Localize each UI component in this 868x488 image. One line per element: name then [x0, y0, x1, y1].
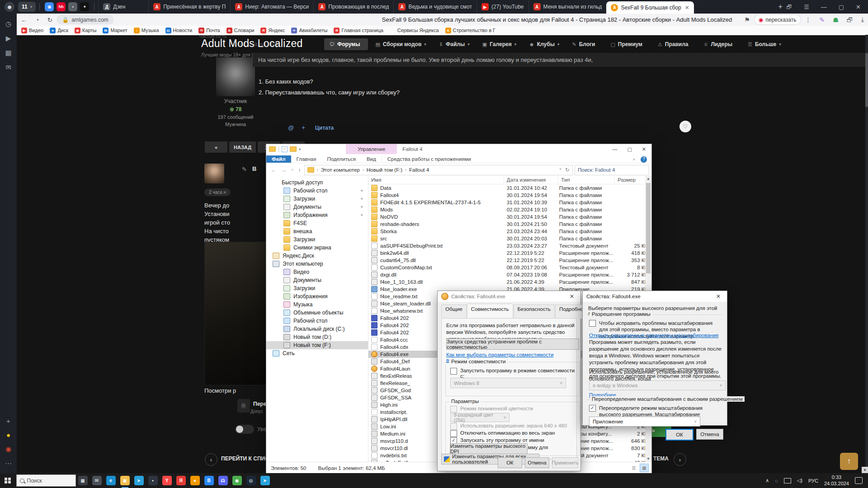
next-arrow-icon[interactable]: › — [674, 453, 686, 466]
taskbar-app-icon[interactable]: ▦ — [78, 476, 88, 485]
cancel-button[interactable]: Отмена — [525, 457, 549, 468]
file-row[interactable]: NoDVD 30.01.2024 19:54 Папка с файлами — [368, 213, 651, 221]
file-row[interactable]: cudart64_75.dll 22.12.2019 5:22 Расширен… — [368, 257, 651, 264]
browser-tab[interactable]: A Ведьма и чудовище смот — [393, 0, 476, 14]
ribbon-collapse-icon[interactable]: ˄ — [633, 157, 635, 162]
file-row[interactable]: f4se_1_10_163.dll 21.06.2022 4:39 Расшир… — [368, 278, 651, 286]
browser-profile-avatar[interactable]: ☻ — [5, 2, 14, 12]
file-row[interactable]: Mods 02.02.2024 19:10 Папка с файлами — [368, 206, 651, 213]
color-depth-dropdown[interactable]: 8-разрядный цвет (256)˅ — [450, 413, 509, 422]
scrollbar-thumb[interactable] — [865, 53, 868, 107]
nav-pane-item[interactable]: Быстрый доступ — [266, 178, 368, 187]
nav-pane-item[interactable]: Новый том (F:) — [266, 341, 368, 349]
browser-tab[interactable]: A Принесённая в жертву П — [148, 0, 230, 14]
nav-pane-item[interactable]: Изображения ✶ — [266, 211, 368, 219]
site-nav-item[interactable]: ▣ Галерея ▾ — [477, 38, 522, 50]
start-button[interactable] — [5, 478, 11, 484]
add-icon[interactable]: + — [6, 417, 10, 425]
post-author-avatar[interactable] — [216, 57, 255, 96]
protect-shield-icon[interactable]: ☗ — [833, 16, 839, 23]
nav-pane-item[interactable]: Документы — [266, 276, 368, 284]
attachment-icon[interactable]: ⎘ — [237, 399, 250, 413]
close-button[interactable]: ✕ — [856, 4, 861, 10]
nav-pane-item[interactable]: Изображения — [266, 292, 368, 300]
reduced-color-checkbox[interactable] — [450, 406, 457, 413]
bookmark-item[interactable]: ♪ Музыка — [134, 28, 159, 33]
pinned-tab-icon[interactable]: hh — [57, 2, 66, 11]
site-logo[interactable]: Adult Mods Localized — [201, 38, 303, 50]
dialog-title-bar[interactable]: Свойства: Fallout4.exe ✕ — [583, 291, 727, 302]
qat-new-folder-icon[interactable] — [290, 146, 297, 152]
close-icon[interactable]: ✕ — [713, 293, 723, 300]
bookmark-item[interactable]: Сервисы Яндекса — [390, 28, 439, 33]
address-bar[interactable]: 🔒 amlgames.com — [57, 15, 113, 24]
nav-pane-item[interactable]: Загрузки — [266, 284, 368, 292]
nav-pane-item[interactable]: Яндекс.Диск — [266, 252, 368, 260]
nav-pane-item[interactable]: Этот компьютер — [266, 260, 368, 268]
site-nav-item[interactable]: ☰ Больше ▾ — [742, 38, 787, 50]
tab-general[interactable]: Общие — [441, 305, 467, 319]
file-row[interactable]: aaSUPF4SEDebugPrint.txt 23.03.2024 23:27… — [368, 242, 651, 249]
rephrase-button[interactable]: ◉ пересказать — [754, 14, 801, 25]
language-indicator[interactable]: РУС — [808, 478, 818, 483]
breadcrumb[interactable]: Fallout 4 — [409, 167, 429, 173]
site-nav-item[interactable]: ☻ Клубы ▾ — [524, 38, 565, 50]
history-icon[interactable]: ◷ — [5, 20, 11, 28]
breadcrumb[interactable]: Новый том (F:) — [367, 167, 402, 173]
copy-icon[interactable]: 🗗 — [847, 16, 853, 23]
override-checkbox[interactable]: ✓ — [589, 405, 596, 412]
taskbar-app-icon[interactable]: ➤ — [134, 476, 144, 485]
bookmark-item[interactable]: ✉ Почта — [198, 28, 220, 33]
refresh-icon[interactable]: ↻ — [47, 16, 52, 23]
column-header-date[interactable]: Дата изменения — [504, 176, 558, 184]
download-icon[interactable]: ⤓ — [861, 16, 864, 23]
compat-mode-checkbox[interactable] — [450, 368, 457, 375]
extensions-icon[interactable]: ◔ — [35, 16, 39, 23]
quote-button[interactable]: Цитата — [315, 125, 334, 131]
ribbon-tab-share[interactable]: Поделиться — [321, 155, 361, 163]
file-row[interactable]: CustomControlMap.txt 08.09.2017 20:06 Те… — [368, 264, 651, 271]
nav-pane-item[interactable]: Видео — [266, 268, 368, 276]
bookmark-item[interactable]: А Строительство в Г — [445, 28, 495, 33]
taskbar-app-icon[interactable]: ▣ — [120, 476, 130, 485]
advanced-scaling-link[interactable]: Открыть расширенные параметры масштабиро… — [589, 333, 718, 338]
editor-pencil-icon[interactable]: ✎ — [242, 166, 247, 173]
nav-pane-item[interactable]: внешка — [266, 227, 368, 235]
file-row[interactable]: bink2w64.dll 22.12.2019 5:22 Расширение … — [368, 249, 651, 257]
network-icon[interactable] — [784, 478, 791, 483]
nav-pane-item[interactable]: Снимки экрана — [266, 244, 368, 252]
dpi-fix-checkbox[interactable] — [589, 320, 596, 327]
notify-toggle[interactable] — [235, 425, 254, 434]
browser-tab[interactable]: A Ниер: Автомата — Верси — [230, 0, 313, 14]
scrollbar-down-arrow[interactable]: ▾ — [862, 467, 868, 473]
file-row[interactable]: Fallout4 30.01.2024 19:54 Папка с файлам… — [368, 192, 651, 199]
apply-button[interactable]: Применить — [552, 457, 578, 468]
nav-pane-item[interactable]: Документы ✶ — [266, 203, 368, 211]
tray-chevron-icon[interactable]: ∧ — [765, 478, 769, 483]
taskbar-app-icon[interactable]: ✉ — [92, 476, 102, 485]
file-row[interactable]: FO4Edit 4.1.5 EXPERIMENTAL-2737-4-1-5 31… — [368, 199, 651, 206]
pinned-tab-icon[interactable]: ▪ — [68, 2, 77, 11]
minimize-button[interactable]: — — [612, 146, 617, 152]
bookmark-item[interactable]: М Маркет — [103, 28, 127, 33]
scroll-up-icon[interactable]: ▲ — [645, 176, 651, 182]
bookmark-item[interactable]: ▤ Новости — [165, 28, 193, 33]
tabs-grid-icon[interactable]: ▦ — [5, 49, 11, 57]
ok-button[interactable]: ОК — [498, 457, 522, 468]
attachment-title[interactable]: Пере — [253, 401, 266, 407]
action-center-icon[interactable] — [855, 477, 863, 484]
column-header-type[interactable]: Тип — [558, 176, 615, 184]
compat-os-dropdown[interactable]: Windows 8˅ — [450, 378, 566, 388]
site-nav-item[interactable]: 🗩 Форумы — [324, 38, 368, 50]
nav-up-icon[interactable]: ↑ — [297, 167, 302, 174]
nav-pane-item[interactable]: Рабочий стол — [266, 317, 368, 325]
bookmark-item[interactable]: Я Яндекс — [260, 28, 285, 33]
breadcrumb[interactable]: Этот компьютер — [321, 167, 360, 173]
reputation-badge[interactable]: ⊕ 78 — [203, 106, 269, 113]
explorer-title-bar[interactable]: | ✓ ▾ Управление Fallout 4 — ▢ ✕ — [266, 144, 651, 154]
pinned-tab-icon[interactable]: ▣ — [45, 2, 54, 11]
site-nav-item[interactable]: ♕ Лидеры — [698, 38, 741, 50]
scroll-to-top-button[interactable]: ↑ — [840, 453, 858, 470]
taskbar-app-icon[interactable]: ● — [190, 476, 200, 485]
taskbar-app-icon[interactable]: ◎ — [246, 476, 256, 485]
